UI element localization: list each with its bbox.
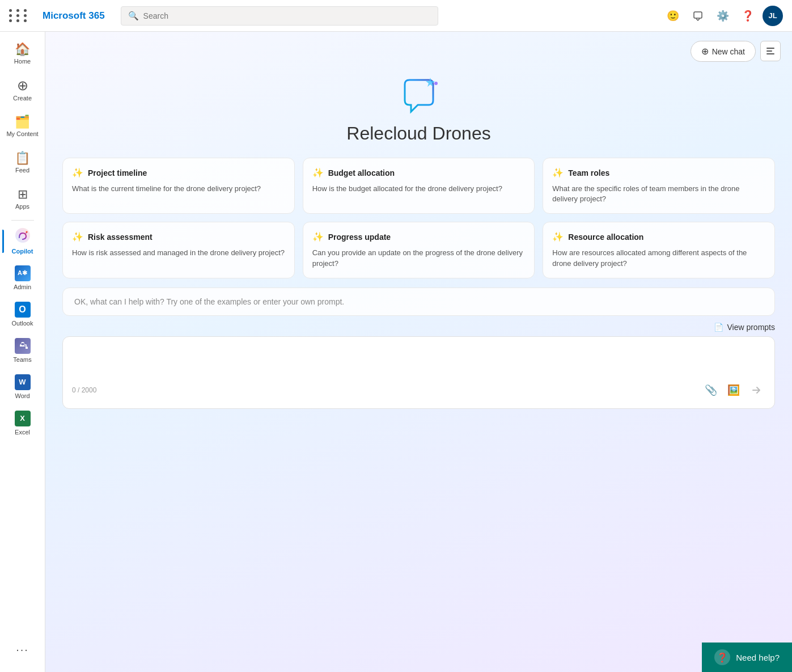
sidebar-item-label-mycontent: My Content: [6, 130, 38, 138]
home-icon: 🏠: [15, 43, 30, 56]
image-button[interactable]: 🖼️: [725, 381, 743, 399]
new-chat-button[interactable]: ⊕ New chat: [691, 41, 756, 62]
help-button[interactable]: ❓: [738, 6, 758, 26]
app-title: Microsoft 365: [43, 10, 105, 22]
chat-counter: 0 / 2000: [72, 386, 96, 394]
sidebar-item-label-admin: Admin: [14, 284, 31, 291]
card-header-5: ✨ Resource allocation: [552, 231, 765, 242]
card-team-roles[interactable]: ✨ Team roles What are the specific roles…: [543, 158, 775, 214]
outlook-icon: O: [15, 302, 31, 318]
need-help-label: Need help?: [736, 653, 780, 662]
sidebar-item-feed[interactable]: 📋 Feed: [2, 145, 43, 181]
admin-icon: A✱: [15, 265, 31, 281]
sidebar-item-teams[interactable]: Teams: [2, 332, 43, 369]
card-risk-assessment[interactable]: ✨ Risk assessment How is risk assessed a…: [62, 222, 295, 278]
sidebar-divider-1: [11, 220, 34, 221]
sidebar-item-label-excel: Excel: [15, 429, 30, 436]
sidebar-item-copilot[interactable]: Copilot: [2, 223, 43, 260]
main-layout: 🏠 Home ⊕ Create 🗂️ My Content 📋 Feed ⊞ A…: [0, 32, 792, 672]
emoji-button[interactable]: 🙂: [663, 6, 683, 26]
copilot-logo: [396, 73, 442, 119]
wand-icon-1: ✨: [312, 167, 324, 178]
search-input[interactable]: [143, 11, 431, 20]
card-title-3: Risk assessment: [88, 233, 153, 242]
sidebar-item-outlook[interactable]: O Outlook: [2, 296, 43, 332]
card-header-3: ✨ Risk assessment: [72, 231, 285, 242]
svg-rect-0: [694, 12, 702, 18]
plus-icon: ⊕: [701, 46, 709, 57]
wand-icon-3: ✨: [72, 231, 83, 242]
send-button[interactable]: [747, 381, 765, 399]
card-body-1: How is the budget allocated for the dron…: [312, 184, 526, 194]
sidebar-toggle-button[interactable]: [760, 41, 781, 61]
card-project-timeline[interactable]: ✨ Project timeline What is the current t…: [62, 158, 295, 214]
card-body-3: How is risk assessed and managed in the …: [72, 248, 285, 258]
svg-point-6: [434, 82, 438, 85]
feed-icon: 📋: [15, 152, 30, 164]
content-area: ⊕ New chat: [45, 32, 792, 672]
chat-input-area: 0 / 2000 📎 🖼️: [62, 336, 775, 409]
mycontent-icon: 🗂️: [15, 116, 30, 128]
topbar: Microsoft 365 🔍 🙂 ⚙️ ❓ JL: [0, 0, 792, 32]
wand-icon-4: ✨: [312, 231, 324, 242]
prompt-suggestion[interactable]: OK, what can I help with? Try one of the…: [62, 288, 775, 316]
sidebar-item-label-create: Create: [13, 95, 32, 102]
card-header-0: ✨ Project timeline: [72, 167, 285, 178]
card-title-4: Progress update: [328, 233, 391, 242]
card-budget-allocation[interactable]: ✨ Budget allocation How is the budget al…: [303, 158, 535, 214]
user-avatar[interactable]: JL: [763, 6, 783, 26]
teams-icon: [15, 338, 31, 354]
need-help-icon: ❓: [714, 649, 730, 665]
card-body-0: What is the current timeline for the dro…: [72, 184, 285, 194]
sidebar-item-create[interactable]: ⊕ Create: [2, 73, 43, 109]
wand-icon-0: ✨: [72, 167, 83, 178]
card-title-5: Resource allocation: [568, 233, 643, 242]
sidebar-item-label-home: Home: [14, 58, 31, 65]
view-prompts-label: View prompts: [727, 323, 775, 332]
card-resource-allocation[interactable]: ✨ Resource allocation How are resources …: [543, 222, 775, 278]
search-icon: 🔍: [128, 11, 139, 21]
chat-input[interactable]: [72, 346, 765, 374]
sidebar-item-label-apps: Apps: [15, 203, 29, 210]
need-help-bar[interactable]: ❓ Need help?: [702, 643, 792, 672]
prompts-icon: 📄: [714, 323, 723, 332]
svg-point-2: [26, 231, 27, 233]
sidebar-more: ···: [2, 631, 43, 667]
feedback-button[interactable]: [688, 6, 708, 26]
create-icon: ⊕: [17, 79, 28, 92]
sidebar-item-excel[interactable]: X Excel: [2, 405, 43, 441]
sidebar-item-admin[interactable]: A✱ Admin: [2, 260, 43, 296]
card-title-0: Project timeline: [88, 168, 147, 177]
svg-rect-3: [766, 48, 774, 49]
card-progress-update[interactable]: ✨ Progress update Can you provide an upd…: [303, 222, 535, 278]
app-grid-icon: [9, 9, 29, 22]
sidebar-item-apps[interactable]: ⊞ Apps: [2, 181, 43, 218]
card-title-1: Budget allocation: [328, 168, 395, 177]
copilot-icon: [15, 227, 31, 246]
copilot-area: ⊕ New chat: [45, 32, 792, 672]
card-header-4: ✨ Progress update: [312, 231, 526, 242]
sidebar-item-mycontent[interactable]: 🗂️ My Content: [2, 109, 43, 145]
sidebar-item-word[interactable]: W Word: [2, 369, 43, 405]
sidebar-item-label-outlook: Outlook: [12, 320, 33, 327]
sidebar-item-home[interactable]: 🏠 Home: [2, 36, 43, 73]
cards-grid: ✨ Project timeline What is the current t…: [45, 153, 792, 288]
chat-input-footer: 0 / 2000 📎 🖼️: [72, 381, 765, 399]
svg-rect-4: [766, 50, 772, 52]
copilot-header: ⊕ New chat: [45, 32, 792, 62]
card-title-2: Team roles: [568, 168, 609, 177]
settings-button[interactable]: ⚙️: [713, 6, 733, 26]
topbar-actions: 🙂 ⚙️ ❓ JL: [663, 6, 783, 26]
attach-button[interactable]: 📎: [702, 381, 720, 399]
view-prompts[interactable]: 📄 View prompts: [45, 320, 792, 336]
word-icon: W: [15, 374, 31, 390]
more-icon: ···: [16, 644, 29, 655]
sidebar-item-more[interactable]: ···: [2, 631, 43, 667]
sidebar-item-label-word: Word: [15, 392, 29, 400]
new-chat-label: New chat: [712, 47, 745, 56]
wand-icon-5: ✨: [552, 231, 564, 242]
wand-icon-2: ✨: [552, 167, 564, 178]
search-bar[interactable]: 🔍: [121, 6, 438, 26]
svg-rect-5: [766, 53, 774, 54]
copilot-logo-area: Relecloud Drones: [45, 62, 792, 153]
